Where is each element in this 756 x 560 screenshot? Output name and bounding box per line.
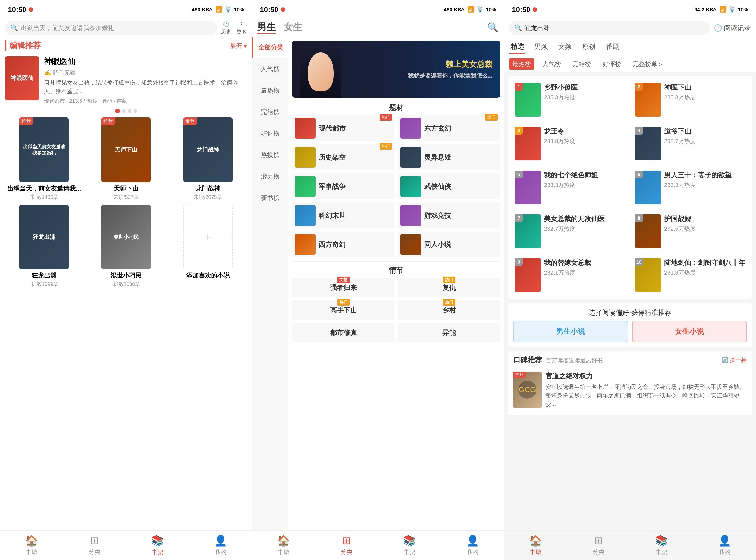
nav-mine-1[interactable]: 👤 我的 — [189, 535, 252, 556]
reading-record[interactable]: 🕐 阅读记录 — [714, 24, 751, 33]
nav-bookstore-3[interactable]: 🏠 书城 — [504, 535, 567, 556]
pref-male-btn[interactable]: 男生小说 — [513, 321, 628, 342]
list-item[interactable]: 3 龙王令 233.8万热度 — [512, 124, 628, 164]
list-item[interactable]: 推荐 龙门战神 龙门战神 未读/2675章 — [169, 117, 247, 201]
list-item[interactable]: 混世小刁民 混世小刁民 未读/2630章 — [87, 204, 165, 288]
subtab-hot[interactable]: 最热榜 — [509, 58, 534, 70]
nav-label-category-1: 分类 — [89, 548, 100, 556]
nav-fanju[interactable]: 番剧 — [604, 40, 621, 54]
subtab-complete[interactable]: 完结榜 — [569, 58, 594, 70]
sidebar-item-hot[interactable]: 最热榜 — [252, 80, 288, 101]
list-item[interactable]: 军事战争 — [292, 174, 395, 199]
signal-1: 📶 — [216, 6, 223, 13]
p2-main: 赖上美女总裁 我就是要缠着你，你能拿我怎么... 题材 现代都市 热门 东方玄幻… — [288, 37, 504, 531]
list-item[interactable]: 推荐 出狱当天前女友邀请我参加婚礼 出狱当天，前女友邀请我... 未读/1430… — [5, 117, 83, 201]
nav-jingxuan[interactable]: 精选 — [509, 40, 525, 54]
list-item[interactable]: 9 我的替嫁女总裁 232.1万热度 — [512, 255, 628, 295]
cat-label-7: 游戏竞技 — [424, 211, 451, 220]
preference-btns: 男生小说 女生小说 — [513, 321, 747, 342]
list-item[interactable]: 西方奇幻 — [292, 232, 395, 257]
list-item[interactable]: 武侠仙侠 — [398, 174, 500, 199]
sidebar-item-complete[interactable]: 完结榜 — [252, 101, 288, 123]
list-item[interactable]: 游戏竞技 — [398, 202, 500, 228]
add-book-placeholder[interactable]: + — [183, 204, 233, 269]
emotion-badge-1: 热门 — [443, 277, 455, 283]
nav-bookstore-2[interactable]: 🏠 书城 — [252, 535, 315, 556]
rank-heat-1: 235.3万热度 — [544, 94, 625, 101]
pref-female-btn[interactable]: 女生小说 — [632, 321, 747, 342]
sidebar-item-all[interactable]: 全部分类 — [252, 37, 288, 58]
kb-book-item[interactable]: 推荐 GCG 官道之绝对权力 安江以选调生第一名上岸，怀揣为民之念，投身官场，却… — [513, 369, 747, 411]
rank-grid: 1 乡野小傻医 235.3万热度 2 神医下山 233.8万热度 — [512, 80, 748, 295]
sidebar-item-new[interactable]: 新书榜 — [252, 187, 288, 209]
nav-bookstore-1[interactable]: 🏠 书城 — [0, 535, 63, 556]
nav-shelf-3[interactable]: 📚 书架 — [630, 535, 693, 556]
search-input-p3[interactable]: 🔍 狂龙出渊 — [509, 21, 710, 35]
nav-shelf-1[interactable]: 📚 书架 — [126, 535, 189, 556]
tab-female[interactable]: 女生 — [284, 21, 302, 34]
nav-category-1[interactable]: ⊞ 分类 — [63, 535, 126, 556]
p3-subtabs: 最热榜 人气榜 完结榜 好评榜 完整榜单＞ — [504, 56, 756, 72]
list-item[interactable]: 热门 复仇 — [398, 278, 500, 297]
list-item[interactable]: 文情 强者归来 — [292, 278, 395, 297]
list-item[interactable]: 狂龙出渊 狂龙出渊 未读/1399章 — [5, 204, 83, 288]
nav-shelf-2[interactable]: 📚 书架 — [378, 535, 441, 556]
list-item[interactable]: 都市修真 — [292, 323, 395, 342]
emotion-label-1: 复仇 — [442, 284, 456, 292]
p2-banner[interactable]: 赖上美女总裁 我就是要缠着你，你能拿我怎么... — [292, 41, 500, 98]
list-item[interactable]: 4 道爷下山 233.7万热度 — [632, 124, 749, 164]
featured-book[interactable]: 神眼医仙 神眼医仙 ✍ 野马无疆 唐凡撞见女友出轨，结果被打成重伤，却意外接受了… — [0, 54, 252, 107]
refresh-icon: 🔄 — [721, 357, 729, 363]
subtab-popular[interactable]: 人气榜 — [539, 58, 564, 70]
subtab-rated[interactable]: 好评榜 — [599, 58, 624, 70]
tab-male[interactable]: 男生 — [257, 21, 276, 34]
expand-btn[interactable]: 展开 ▾ — [230, 42, 247, 50]
history-btn[interactable]: 🕐 历史 — [221, 21, 231, 35]
list-item[interactable]: 现代都市 热门 — [292, 115, 395, 141]
nav-mine-3[interactable]: 👤 我的 — [693, 535, 756, 556]
add-book-item[interactable]: + 添加喜欢的小说 — [169, 204, 247, 288]
rank-title-6: 男人三十：妻子的欲望 — [664, 171, 745, 180]
nav-category-3[interactable]: ⊞ 分类 — [567, 535, 630, 556]
list-item[interactable]: 10 陆地剑仙：剑阁守剑八十年 231.8万热度 — [632, 255, 749, 295]
list-item[interactable]: 8 护国战婿 232.5万热度 — [632, 211, 749, 251]
featured-cover: 神眼医仙 — [5, 56, 39, 100]
sidebar-item-popular[interactable]: 人气榜 — [252, 58, 288, 80]
list-item[interactable]: 推荐 天师下山 天师下山 未读/537章 — [87, 117, 165, 201]
rank-title-4: 道爷下山 — [664, 127, 745, 136]
nav-mine-2[interactable]: 👤 我的 — [441, 535, 504, 556]
emotion-badge-3: 热门 — [443, 299, 455, 306]
subtab-full[interactable]: 完整榜单＞ — [630, 58, 667, 70]
network-1: 460 KB/s — [192, 7, 214, 13]
more-btn[interactable]: ⋮ 更多 — [236, 21, 247, 35]
list-item[interactable]: 2 神医下山 233.8万热度 — [632, 80, 749, 120]
nav-category-2[interactable]: ⊞ 分类 — [315, 535, 378, 556]
list-item[interactable]: 灵异悬疑 — [398, 144, 500, 170]
list-item[interactable]: 同人小说 — [398, 232, 500, 257]
list-item[interactable]: 1 乡野小傻医 235.3万热度 — [512, 80, 628, 120]
rank-heat-9: 232.1万热度 — [544, 269, 625, 277]
list-item[interactable]: 6 男人三十：妻子的欲望 233.3万热度 — [632, 167, 749, 207]
rank-num-4: 4 — [635, 127, 643, 135]
kb-refresh-btn[interactable]: 🔄 换一换 — [721, 356, 747, 364]
sidebar-item-rated[interactable]: 好评榜 — [252, 123, 288, 144]
sidebar-item-search[interactable]: 热搜榜 — [252, 144, 288, 166]
nav-nanpin[interactable]: 男频 — [533, 40, 549, 54]
category-icon-1: ⊞ — [90, 535, 99, 546]
search-icon-p2[interactable]: 🔍 — [487, 22, 499, 33]
book-cover-3: 推荐 龙门战神 — [183, 117, 233, 182]
list-item[interactable]: 科幻末世 — [292, 202, 395, 228]
list-item[interactable]: 异能 — [398, 323, 500, 342]
featured-author: 野马无疆 — [53, 69, 76, 76]
list-item[interactable]: 5 我的七个绝色师姐 233.3万热度 — [512, 167, 628, 207]
search-input-1[interactable]: 🔍 出狱当天，前女友邀请我参加婚礼 — [5, 21, 217, 35]
list-item[interactable]: 热门 乡村 — [398, 300, 500, 320]
sidebar-item-potential[interactable]: 潜力榜 — [252, 166, 288, 187]
nav-nupin[interactable]: 女频 — [557, 40, 573, 54]
list-item[interactable]: 历史架空 热门 — [292, 144, 395, 170]
nav-yuanchuang[interactable]: 原创 — [581, 40, 597, 54]
rank-info-8: 护国战婿 232.5万热度 — [664, 215, 745, 233]
list-item[interactable]: 7 美女总裁的无敌仙医 232.7万热度 — [512, 211, 628, 251]
list-item[interactable]: 东方玄幻 热门 — [398, 115, 500, 141]
list-item[interactable]: 热门 高手下山 — [292, 300, 395, 320]
